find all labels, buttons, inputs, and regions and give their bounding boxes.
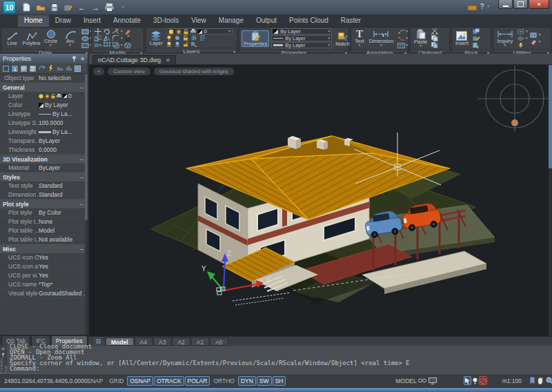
viewport-canvas[interactable]: + Custom view Gouraud shaded with edges: [89, 65, 552, 336]
viewport-corner-button[interactable]: +: [93, 68, 104, 75]
table-tool-icon[interactable]: [397, 42, 405, 48]
mleader-dropdown-icon[interactable]: ▾: [406, 37, 408, 40]
tab-home[interactable]: Home: [18, 15, 49, 27]
section-3d-visualization[interactable]: 3D Visualization−: [0, 155, 88, 164]
qat-dropdown-icon[interactable]: ▾: [117, 2, 129, 13]
move-tool-icon[interactable]: [94, 28, 102, 35]
property-row-linetype[interactable]: LinetypeBy La...: [0, 110, 88, 119]
property-row-plot-table-type[interactable]: Plot table t...Not available: [0, 235, 88, 244]
fillet-tool-icon[interactable]: [112, 35, 120, 41]
close-button[interactable]: ✕: [529, 0, 549, 9]
mirror-tool-icon[interactable]: [103, 35, 111, 41]
explode-tool-icon[interactable]: [124, 35, 132, 41]
zoom-icon[interactable]: [545, 376, 552, 385]
tab-insert[interactable]: Insert: [77, 15, 107, 27]
3d-edit-tool-icon[interactable]: [124, 42, 132, 48]
linetype-select[interactable]: By Layer▾: [271, 42, 332, 48]
document-tab[interactable]: nCAD.Cottage 3D.dwg ✕: [92, 55, 176, 64]
lamp-icon[interactable]: [472, 376, 478, 385]
minimize-button[interactable]: [498, 0, 513, 9]
property-row-plot-table-attached[interactable]: Plot table ...Model: [0, 226, 88, 235]
model-space-indicator[interactable]: MODEL: [395, 378, 416, 384]
edit-block-icon[interactable]: [472, 35, 480, 41]
pin-icon[interactable]: [72, 56, 77, 62]
print-icon[interactable]: [103, 2, 115, 13]
palette-scrollbar[interactable]: [85, 74, 88, 335]
save-icon[interactable]: [48, 2, 60, 13]
property-row-ucs-icon-on[interactable]: UCS icon OnYes: [0, 253, 88, 262]
property-row-ucs-icon-at-origin[interactable]: UCS icon a...Yes: [0, 262, 88, 271]
current-layer-select[interactable]: 0 ▾: [166, 28, 233, 35]
circle-tool[interactable]: Circle ▾: [42, 30, 59, 47]
command-window[interactable]: ✕ Command line CLOSE - Close document OP…: [0, 346, 552, 373]
dimension-button[interactable]: Dimension ▾: [368, 30, 395, 47]
trim-dropdown-icon[interactable]: ▾: [121, 30, 123, 33]
tab-raster[interactable]: Raster: [335, 15, 367, 27]
new-document-icon[interactable]: [21, 2, 32, 13]
property-row-dimension-style[interactable]: Dimension ...Standard: [0, 190, 88, 199]
section-plot-style[interactable]: Plot style−: [0, 199, 88, 208]
tab-3d-tools[interactable]: 3D-tools: [147, 15, 185, 27]
property-row-color[interactable]: ColorBy Layer: [0, 101, 88, 110]
annotation-scale[interactable]: m1:100: [502, 378, 522, 384]
clean-screen-icon[interactable]: [530, 32, 538, 38]
palette-grid-icon[interactable]: [74, 65, 81, 72]
refresh-icon[interactable]: [38, 65, 46, 72]
property-row-text-style[interactable]: Text styleStandard: [0, 182, 88, 190]
back-icon[interactable]: ←: [76, 2, 88, 13]
tab-view[interactable]: View: [185, 15, 213, 27]
command-close-icon[interactable]: ✕: [1, 346, 6, 352]
section-misc[interactable]: Misc−: [0, 244, 88, 253]
tab-manage[interactable]: Manage: [213, 15, 250, 27]
property-row-material[interactable]: MaterialByLayer: [0, 164, 88, 173]
circle-dropdown-icon[interactable]: ▾: [50, 43, 52, 47]
property-row-object-type[interactable]: Object typeNo selection: [0, 74, 88, 83]
offset-dropdown-icon[interactable]: ▾: [121, 43, 123, 47]
property-row-plot-style[interactable]: Plot styleBy Color: [0, 208, 88, 217]
arc-tool[interactable]: Arc ▾: [61, 30, 79, 47]
property-row-layer[interactable]: Layer 0: [0, 92, 88, 101]
category-view-icon[interactable]: [29, 65, 37, 72]
cut-icon[interactable]: [431, 28, 439, 35]
layer-walk-icon[interactable]: [166, 41, 172, 47]
layer-match-icon[interactable]: [191, 41, 197, 47]
glasses-icon[interactable]: [417, 376, 427, 385]
open-document-icon[interactable]: [34, 2, 46, 13]
tab-draw[interactable]: Draw: [49, 15, 77, 27]
list-view-icon[interactable]: [20, 65, 28, 72]
help-dropdown-icon[interactable]: ▾: [487, 5, 489, 8]
save-settings-icon[interactable]: [65, 65, 72, 72]
tab-annotate[interactable]: Annotate: [107, 15, 147, 27]
area-dropdown-icon[interactable]: ▾: [526, 30, 528, 33]
copy-icon[interactable]: [431, 35, 439, 41]
monitor-icon[interactable]: [428, 376, 437, 385]
viewport-scrollbar[interactable]: [549, 65, 552, 336]
toggle-ortho[interactable]: ORTHO: [210, 376, 237, 386]
property-row-transparency[interactable]: Transpare...ByLayer: [0, 137, 88, 146]
toolbox-icon[interactable]: [468, 3, 477, 10]
view-control-pill[interactable]: Custom view: [108, 68, 150, 75]
polyline-tool[interactable]: Polyline: [23, 32, 40, 46]
property-row-ucs-per-viewport[interactable]: UCS per vi...Yes: [0, 271, 88, 280]
rotate-tool-icon[interactable]: [103, 28, 111, 35]
visual-style-pill[interactable]: Gouraud shaded with edges: [154, 68, 234, 75]
maximize-button[interactable]: [513, 0, 528, 9]
layer-state-icon[interactable]: [166, 35, 172, 41]
property-row-thickness[interactable]: Thickness0.0000: [0, 146, 88, 155]
array-tool-icon[interactable]: [103, 42, 111, 48]
palette-close-icon[interactable]: ✕: [80, 56, 85, 62]
toggle-dyn[interactable]: DYN: [238, 376, 256, 386]
arc-dropdown-icon[interactable]: ▾: [69, 43, 71, 47]
mleader-tool-icon[interactable]: [397, 35, 405, 41]
property-row-plot-style-table[interactable]: Plot style t...None: [0, 217, 88, 226]
id-dropdown-icon[interactable]: ▾: [526, 37, 528, 40]
text-button[interactable]: T Text ▾: [353, 30, 366, 47]
layer-button[interactable]: Layer: [148, 30, 164, 46]
quick-calc-icon[interactable]: [517, 42, 525, 48]
select-object-icon[interactable]: [2, 65, 10, 72]
trim-tool-icon[interactable]: [112, 28, 120, 35]
attributes-icon[interactable]: [472, 42, 480, 48]
create-block-icon[interactable]: [472, 28, 480, 35]
open-settings-icon[interactable]: [56, 65, 63, 72]
lightning-icon[interactable]: [47, 65, 55, 72]
